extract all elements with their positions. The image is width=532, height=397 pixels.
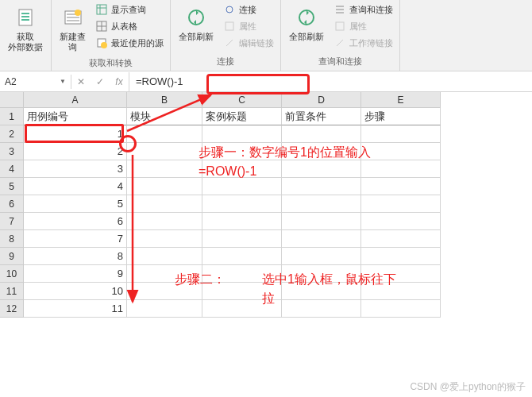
row-header-11[interactable]: 11 [0, 283, 24, 300]
cell[interactable] [282, 143, 361, 160]
table-icon [95, 3, 108, 16]
cell[interactable]: 2 [24, 143, 127, 160]
svg-point-9 [101, 42, 107, 48]
cell[interactable] [127, 213, 202, 230]
cell[interactable] [202, 178, 282, 195]
cell[interactable]: 9 [24, 265, 127, 283]
cell[interactable] [282, 283, 361, 300]
refresh-all-button-2[interactable]: 全部刷新 [284, 2, 329, 45]
spreadsheet-grid[interactable]: ABCDE 123456789101112 用例编号模块案例标题前置条件步骤12… [0, 92, 532, 397]
recent-sources-button[interactable]: 最近使用的源 [92, 35, 167, 51]
cell[interactable] [361, 178, 441, 195]
row-header-10[interactable]: 10 [0, 265, 24, 283]
cell[interactable] [361, 143, 441, 160]
row-header-3[interactable]: 3 [0, 143, 24, 160]
cell[interactable] [127, 248, 202, 265]
row-header-7[interactable]: 7 [0, 213, 24, 230]
row-header-4[interactable]: 4 [0, 160, 24, 178]
cell[interactable] [202, 300, 282, 318]
cell[interactable] [202, 248, 282, 265]
edit-link-icon [223, 37, 236, 49]
col-header-e[interactable]: E [361, 92, 441, 108]
cell[interactable] [127, 265, 202, 283]
cell[interactable]: 用例编号 [24, 108, 127, 125]
cell[interactable] [361, 265, 441, 283]
cell[interactable] [361, 195, 441, 213]
col-header-d[interactable]: D [282, 92, 361, 108]
cell[interactable]: 5 [24, 195, 127, 213]
col-header-a[interactable]: A [24, 92, 127, 108]
cell[interactable]: 8 [24, 248, 127, 265]
row-header-6[interactable]: 6 [0, 195, 24, 213]
row-header-1[interactable]: 1 [0, 108, 24, 125]
row-header-5[interactable]: 5 [0, 178, 24, 195]
cell[interactable] [202, 230, 282, 248]
refresh-all-button[interactable]: 全部刷新 [174, 2, 218, 45]
cell[interactable]: 步骤 [361, 108, 441, 125]
cell[interactable]: 10 [24, 283, 127, 300]
svg-rect-2 [21, 16, 29, 17]
cell[interactable] [361, 248, 441, 265]
cell[interactable]: 案例标题 [202, 108, 282, 125]
cell[interactable]: 前置条件 [282, 108, 361, 125]
cell[interactable] [361, 283, 441, 300]
cell[interactable] [127, 178, 202, 195]
cell[interactable] [282, 248, 361, 265]
cell[interactable] [127, 195, 202, 213]
cell[interactable] [202, 125, 282, 143]
cell[interactable] [127, 300, 202, 318]
cell[interactable] [202, 195, 282, 213]
svg-rect-11 [226, 22, 233, 30]
cell[interactable] [202, 160, 282, 178]
row-header-9[interactable]: 9 [0, 248, 24, 265]
cell[interactable] [202, 265, 282, 283]
cell[interactable] [202, 283, 282, 300]
chevron-down-icon[interactable]: ▼ [60, 78, 66, 85]
from-table-button[interactable]: 从表格 [92, 18, 167, 34]
connections-button[interactable]: 连接 [220, 2, 277, 17]
cell[interactable] [127, 283, 202, 300]
cell[interactable] [361, 300, 441, 318]
cell[interactable]: 4 [24, 178, 127, 195]
cell[interactable] [282, 125, 361, 143]
cell[interactable] [361, 160, 441, 178]
cell[interactable] [282, 178, 361, 195]
cell[interactable] [202, 143, 282, 160]
cell[interactable] [282, 300, 361, 318]
cell[interactable]: 11 [24, 300, 127, 318]
formula-input[interactable]: =ROW()-1 [129, 74, 532, 89]
cell[interactable] [282, 195, 361, 213]
row-header-2[interactable]: 2 [0, 125, 24, 143]
row-header-12[interactable]: 12 [0, 300, 24, 318]
cell[interactable] [282, 230, 361, 248]
cell[interactable] [282, 160, 361, 178]
col-header-c[interactable]: C [202, 92, 282, 108]
cell[interactable] [361, 230, 441, 248]
cell[interactable] [127, 230, 202, 248]
cell[interactable]: 6 [24, 213, 127, 230]
show-queries-button[interactable]: 显示查询 [92, 2, 167, 17]
name-box[interactable]: A2 ▼ [0, 75, 71, 89]
cancel-formula-button[interactable]: ✕ [71, 72, 91, 91]
select-all-corner[interactable] [0, 92, 24, 108]
cell[interactable] [361, 213, 441, 230]
col-header-b[interactable]: B [127, 92, 202, 108]
cell[interactable] [127, 143, 202, 160]
new-query-button[interactable]: 新建查 询 [55, 2, 91, 56]
fx-button[interactable]: fx [110, 72, 129, 91]
cell[interactable] [127, 160, 202, 178]
cell[interactable] [282, 265, 361, 283]
accept-formula-button[interactable]: ✓ [91, 72, 110, 91]
row-header-8[interactable]: 8 [0, 230, 24, 248]
cell[interactable]: 模块 [127, 108, 202, 125]
cell[interactable] [361, 125, 441, 143]
cell[interactable] [127, 125, 202, 143]
ribbon-group-external-data: 获取 外部数据 [0, 0, 52, 71]
cell[interactable] [202, 213, 282, 230]
queries-connections-button[interactable]: 查询和连接 [330, 2, 396, 17]
get-external-data-button[interactable]: 获取 外部数据 [3, 2, 48, 56]
cell[interactable]: 1 [24, 125, 127, 143]
cell[interactable]: 3 [24, 160, 127, 178]
cell[interactable] [282, 213, 361, 230]
cell[interactable]: 7 [24, 230, 127, 248]
